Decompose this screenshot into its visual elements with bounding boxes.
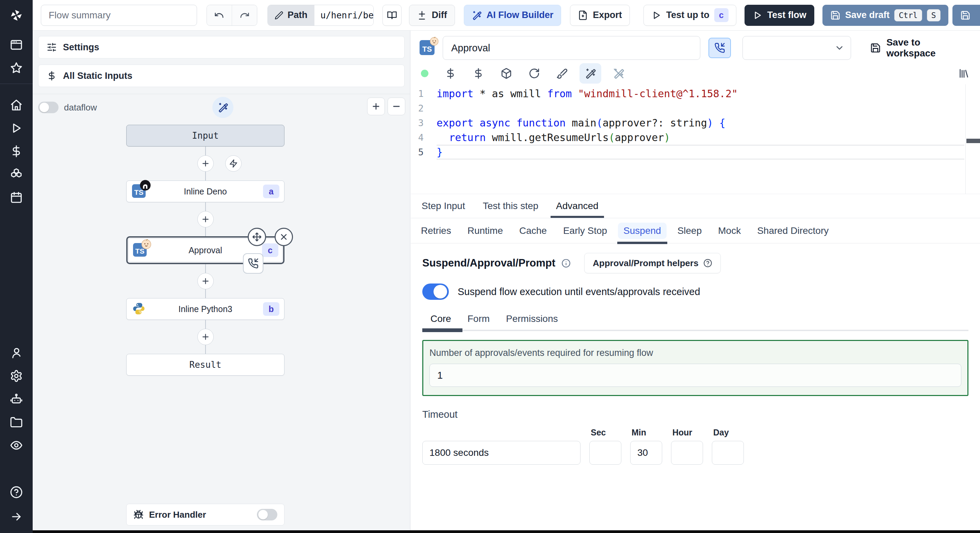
timeout-summary-input[interactable] (422, 441, 581, 465)
suspend-phone-button[interactable] (708, 38, 731, 58)
error-handler-row[interactable]: Error Handler (126, 504, 285, 525)
tab-test-this-step[interactable]: Test this step (474, 194, 547, 218)
help-icon[interactable] (0, 481, 33, 504)
flow-input-node[interactable]: Input (126, 125, 285, 146)
code-line[interactable]: 3export async function main(approver?: s… (411, 116, 980, 130)
timeout-day-input[interactable] (712, 441, 744, 465)
suspend-enable-toggle[interactable] (422, 284, 449, 300)
code-line[interactable]: 4 return wmill.getResumeUrls(approver) (411, 130, 980, 145)
code-line[interactable]: 1import * as wmill from "windmill-client… (411, 86, 980, 101)
add-step-button[interactable] (197, 211, 214, 227)
expand-arrow-icon[interactable] (0, 505, 33, 528)
flow-result-node[interactable]: Result (126, 354, 285, 376)
docs-book-button[interactable] (382, 5, 401, 26)
hour-label: Hour (671, 428, 703, 438)
tab-retries[interactable]: Retries (413, 218, 460, 243)
flow-settings-button[interactable]: Settings (38, 36, 404, 59)
tab-form[interactable]: Form (460, 313, 498, 324)
move-step-button[interactable] (248, 228, 266, 246)
folders-icon[interactable] (0, 411, 33, 434)
apps-icon[interactable] (0, 33, 33, 56)
reload-button[interactable] (528, 68, 540, 79)
timeout-min-input[interactable] (630, 441, 662, 465)
tab-core[interactable]: Core (422, 313, 460, 324)
deploy-button-partial[interactable] (953, 5, 980, 26)
star-icon[interactable] (0, 56, 33, 79)
tab-cache[interactable]: Cache (511, 218, 555, 243)
resources-dollar-button[interactable] (473, 68, 484, 79)
diff-button[interactable]: Diff (409, 5, 455, 26)
users-icon[interactable] (0, 341, 33, 365)
delete-step-button[interactable] (275, 228, 293, 246)
ai-wand-button[interactable] (585, 68, 596, 79)
approval-prompt-helpers-button[interactable]: Approval/Prompt helpers (584, 253, 721, 273)
file-export-icon (578, 10, 588, 21)
tab-shared-directory[interactable]: Shared Directory (749, 218, 837, 243)
redo-button[interactable] (232, 5, 257, 25)
tab-permissions[interactable]: Permissions (498, 313, 566, 324)
undo-button[interactable] (207, 5, 232, 25)
variables-dollar-button[interactable] (445, 68, 456, 79)
schedules-calendar-icon[interactable] (0, 186, 33, 209)
zoom-out-button[interactable] (388, 98, 405, 115)
ai-flow-builder-button[interactable]: AI Flow Builder (464, 5, 562, 26)
add-step-button[interactable] (197, 329, 214, 345)
tab-sleep[interactable]: Sleep (669, 218, 710, 243)
test-flow-button[interactable]: Test flow (745, 5, 814, 26)
approvals-required-input[interactable] (430, 364, 961, 387)
add-step-button[interactable] (197, 273, 214, 289)
step-node-approval-selected[interactable]: TS Approval c (126, 236, 285, 264)
save-draft-button[interactable]: Save draft Ctrl S (822, 5, 948, 26)
package-button[interactable] (501, 68, 512, 79)
workers-bot-icon[interactable] (0, 387, 33, 411)
library-button[interactable] (958, 68, 970, 79)
add-step-button[interactable] (197, 155, 214, 172)
lsp-status-dot (421, 70, 428, 77)
tab-mock[interactable]: Mock (710, 218, 749, 243)
step-name-input[interactable] (443, 36, 700, 60)
ai-graph-wand-button[interactable] (212, 97, 234, 118)
path-value[interactable]: u/henri/bes (314, 5, 374, 25)
code-line[interactable]: 5} (411, 145, 980, 159)
advanced-tabs: Retries Runtime Cache Early Stop Suspend… (411, 218, 980, 243)
flow-summary-input[interactable] (41, 5, 197, 26)
windmill-logo-icon[interactable] (0, 0, 33, 30)
editor-scrollbar-mark[interactable] (966, 139, 980, 143)
step-node-inline-python3[interactable]: Inline Python3 b (126, 298, 285, 320)
runs-play-icon[interactable] (0, 117, 33, 140)
error-handler-toggle[interactable] (257, 509, 277, 520)
zoom-in-button[interactable] (367, 98, 385, 115)
timeout-hour-input[interactable] (671, 441, 703, 465)
ai-assistant-active-bg (579, 63, 601, 84)
export-button[interactable]: Export (570, 5, 630, 26)
ai-wand-off-button[interactable] (613, 68, 624, 79)
tab-suspend[interactable]: Suspend (615, 218, 669, 243)
monaco-code-editor[interactable]: 1import * as wmill from "windmill-client… (411, 84, 980, 194)
dataflow-toggle[interactable] (38, 102, 59, 113)
suspend-phone-badge[interactable] (243, 253, 263, 274)
sidebar-divider (0, 84, 33, 84)
home-icon[interactable] (0, 94, 33, 117)
step-node-inline-deno[interactable]: TS Inline Deno a (126, 181, 285, 202)
resources-boxes-icon[interactable] (0, 163, 33, 186)
format-brush-button[interactable] (556, 68, 568, 79)
audit-eye-icon[interactable] (0, 434, 33, 457)
trigger-zap-button[interactable] (225, 155, 242, 172)
code-line[interactable]: 2 (411, 101, 980, 116)
tab-advanced[interactable]: Advanced (547, 194, 608, 218)
all-static-inputs-button[interactable]: All Static Inputs (38, 65, 404, 87)
tab-runtime[interactable]: Runtime (460, 218, 511, 243)
timeout-sec-input[interactable] (589, 441, 621, 465)
tab-step-input[interactable]: Step Input (413, 194, 474, 218)
script-kind-select[interactable] (743, 36, 851, 60)
info-icon[interactable] (562, 259, 571, 268)
bottom-edge-strip (33, 530, 980, 533)
save-to-workspace-button[interactable]: Save to workspace (870, 37, 972, 59)
test-up-to-button[interactable]: Test up to c (643, 5, 737, 26)
flow-graph-canvas[interactable]: dataflow Input TS (33, 94, 410, 530)
settings-gear-icon[interactable] (0, 365, 33, 387)
tab-early-stop[interactable]: Early Stop (555, 218, 615, 243)
path-label: Path (288, 10, 308, 21)
path-button[interactable]: Path u/henri/bes (267, 5, 374, 26)
variables-dollar-icon[interactable] (0, 140, 33, 163)
